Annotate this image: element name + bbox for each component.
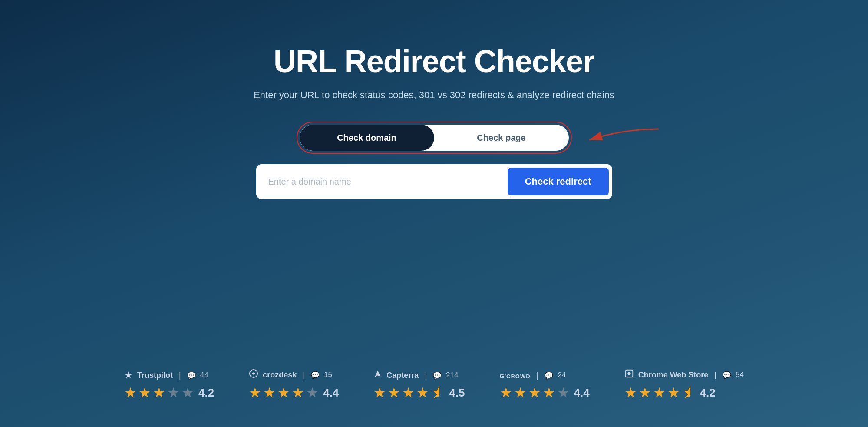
rating-score: 4.4 [323,386,339,400]
rating-score: 4.2 [700,386,716,400]
red-border-annotation: Check domain Check page [297,122,572,154]
rating-divider: | [714,371,716,380]
rating-name: Capterra [386,371,419,380]
rating-name: Trustpilot [137,371,173,380]
page-subtitle: Enter your URL to check status codes, 30… [254,89,614,101]
star-full: ★ [139,384,151,401]
tab-check-domain[interactable]: Check domain [300,125,434,151]
star-full: ★ [624,384,637,401]
star-full: ★ [500,384,512,401]
rating-score: 4.2 [198,386,214,400]
rating-divider: | [303,371,305,380]
star-half: ⯨ [431,385,445,401]
rating-item: Chrome Web Store|💬54★★★★⯨4.2 [624,369,744,401]
rating-logo-icon: ★ [124,370,133,381]
star-full: ★ [124,384,137,401]
review-count: 15 [324,371,332,379]
ratings-section: ★Trustpilot|💬44★★★★★4.2crozdesk|💬15★★★★★… [0,199,868,427]
rating-header: G²CROWD|💬24 [500,370,590,381]
review-count: 54 [736,371,744,379]
star-empty: ★ [557,384,570,401]
page-title: URL Redirect Checker [274,43,594,79]
rating-item: Capterra|💬214★★★★⯨4.5 [373,370,465,401]
rating-divider: | [179,371,181,380]
star-full: ★ [153,384,165,401]
rating-divider: | [425,371,427,380]
star-half: ⯨ [682,385,696,401]
stars-row: ★★★★★4.4 [500,384,590,401]
rating-score: 4.4 [574,386,590,400]
star-full: ★ [277,384,290,401]
stars-row: ★★★★⯨4.2 [624,384,744,401]
review-count: 44 [200,371,208,380]
rating-item: G²CROWD|💬24★★★★★4.4 [500,370,590,401]
check-redirect-button[interactable]: Check redirect [508,168,609,195]
review-icon: 💬 [311,371,320,379]
search-box: Check redirect [256,164,612,199]
rating-header: crozdesk|💬15 [249,369,339,381]
star-full: ★ [639,384,651,401]
star-full: ★ [416,384,429,401]
rating-header: ★Trustpilot|💬44 [124,370,214,381]
star-full: ★ [514,384,527,401]
stars-row: ★★★★★4.2 [124,384,214,401]
rating-item: ★Trustpilot|💬44★★★★★4.2 [124,370,214,401]
rating-name: crozdesk [263,371,297,380]
star-full: ★ [388,384,400,401]
arrow-icon [581,125,667,151]
star-empty: ★ [182,384,194,401]
review-icon: 💬 [723,371,731,379]
tab-toggle: Check domain Check page [300,125,569,151]
star-full: ★ [249,384,261,401]
star-full: ★ [373,384,386,401]
star-full: ★ [402,384,415,401]
review-icon: 💬 [545,371,553,380]
star-empty: ★ [306,384,319,401]
tab-toggle-wrapper: Check domain Check page [297,122,572,154]
rating-divider: | [537,371,539,380]
review-icon: 💬 [433,371,442,380]
star-full: ★ [543,384,555,401]
rating-score: 4.5 [449,386,465,400]
review-count: 214 [446,371,458,380]
tab-check-page[interactable]: Check page [434,125,569,151]
rating-logo-icon: G²CROWD [500,370,531,381]
star-full: ★ [263,384,276,401]
rating-logo-icon [373,370,382,381]
rating-header: Chrome Web Store|💬54 [624,369,744,381]
review-count: 24 [558,371,566,380]
star-full: ★ [528,384,541,401]
star-full: ★ [653,384,666,401]
hero-section: URL Redirect Checker Enter your URL to c… [0,0,868,199]
stars-row: ★★★★⯨4.5 [373,384,465,401]
star-empty: ★ [167,384,180,401]
star-full: ★ [292,384,304,401]
rating-logo-icon [249,369,258,381]
arrow-annotation [581,125,667,151]
svg-marker-2 [375,371,381,377]
rating-item: crozdesk|💬15★★★★★4.4 [249,369,339,401]
rating-name: Chrome Web Store [638,371,709,380]
rating-header: Capterra|💬214 [373,370,465,381]
svg-point-4 [627,372,630,375]
rating-logo-icon [624,369,634,381]
review-icon: 💬 [187,371,196,380]
domain-input[interactable] [260,168,504,195]
star-full: ★ [667,384,680,401]
stars-row: ★★★★★4.4 [249,384,339,401]
